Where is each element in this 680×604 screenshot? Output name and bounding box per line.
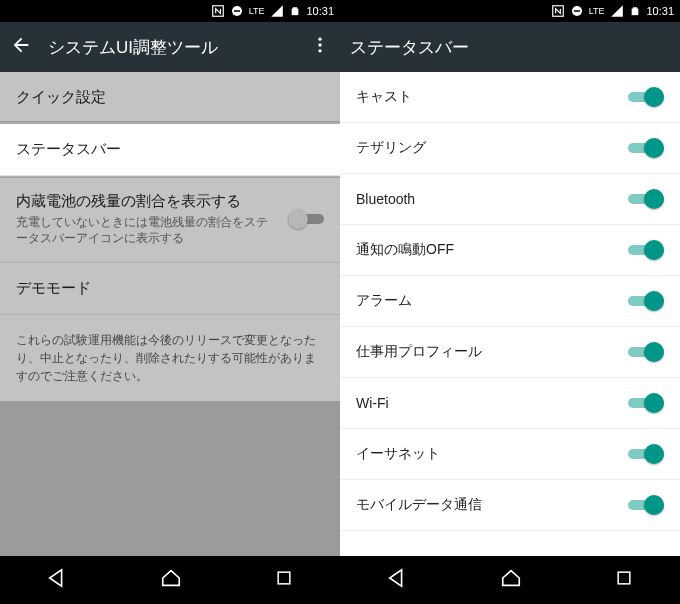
toggle-row[interactable]: 通知の鳴動OFF bbox=[340, 225, 680, 276]
nav-recent-button[interactable] bbox=[614, 568, 634, 592]
page-title: ステータスバー bbox=[350, 36, 670, 59]
quick-settings-item[interactable]: クイック設定 bbox=[0, 72, 340, 124]
svg-rect-8 bbox=[278, 572, 290, 584]
toggle-label: 通知の鳴動OFF bbox=[356, 241, 454, 259]
toggle-row[interactable]: キャスト bbox=[340, 72, 680, 123]
app-bar: ステータスバー bbox=[340, 22, 680, 72]
battery-percent-title: 内蔵電池の残量の割合を表示する bbox=[16, 192, 278, 211]
toggle-switch[interactable] bbox=[628, 189, 664, 209]
toggle-switch[interactable] bbox=[628, 444, 664, 464]
status-bar-label: ステータスバー bbox=[16, 140, 324, 159]
svg-rect-14 bbox=[618, 572, 630, 584]
nav-back-button[interactable] bbox=[386, 567, 408, 593]
svg-point-5 bbox=[318, 38, 321, 41]
network-label: LTE bbox=[589, 6, 605, 16]
svg-rect-11 bbox=[574, 10, 580, 12]
svg-rect-4 bbox=[292, 9, 299, 16]
nav-home-button[interactable] bbox=[160, 567, 182, 593]
back-button[interactable] bbox=[10, 34, 32, 60]
left-screen: LTE 10:31 システムUI調整ツール クイック設定 ステータスバー 内蔵電… bbox=[0, 0, 340, 604]
toggle-label: キャスト bbox=[356, 88, 412, 106]
nfc-icon bbox=[211, 4, 225, 18]
dnd-icon bbox=[571, 5, 583, 17]
battery-percent-item[interactable]: 内蔵電池の残量の割合を表示する 充電していないときには電池残量の割合をステータス… bbox=[0, 176, 340, 263]
svg-rect-13 bbox=[632, 9, 639, 16]
nfc-icon bbox=[551, 4, 565, 18]
toggle-row[interactable]: モバイルデータ通信 bbox=[340, 480, 680, 531]
navigation-bar bbox=[340, 556, 680, 604]
right-content: キャストテザリングBluetooth通知の鳴動OFFアラーム仕事用プロフィールW… bbox=[340, 72, 680, 556]
toggle-switch[interactable] bbox=[628, 291, 664, 311]
svg-rect-2 bbox=[234, 10, 240, 12]
experimental-warning: これらの試験運用機能は今後のリリースで変更となったり、中止となったり、削除された… bbox=[0, 315, 340, 401]
status-bar-item[interactable]: ステータスバー bbox=[0, 124, 340, 176]
navigation-bar bbox=[0, 556, 340, 604]
toggle-label: Wi-Fi bbox=[356, 395, 389, 411]
nav-back-button[interactable] bbox=[46, 567, 68, 593]
status-bar: LTE 10:31 bbox=[340, 0, 680, 22]
clock: 10:31 bbox=[646, 5, 674, 17]
demo-mode-label: デモモード bbox=[16, 279, 324, 298]
status-bar: LTE 10:31 bbox=[0, 0, 340, 22]
toggle-switch[interactable] bbox=[628, 87, 664, 107]
toggle-switch[interactable] bbox=[628, 240, 664, 260]
toggle-row[interactable]: テザリング bbox=[340, 123, 680, 174]
right-screen: LTE 10:31 ステータスバー キャストテザリングBluetooth通知の鳴… bbox=[340, 0, 680, 604]
toggle-row[interactable]: Bluetooth bbox=[340, 174, 680, 225]
battery-percent-switch[interactable] bbox=[288, 209, 324, 229]
demo-mode-item[interactable]: デモモード bbox=[0, 263, 340, 315]
toggle-label: テザリング bbox=[356, 139, 426, 157]
overflow-menu-button[interactable] bbox=[310, 35, 330, 59]
signal-icon bbox=[270, 4, 284, 18]
signal-icon bbox=[610, 4, 624, 18]
app-bar: システムUI調整ツール bbox=[0, 22, 340, 72]
toggle-switch[interactable] bbox=[628, 393, 664, 413]
toggle-row[interactable]: イーサネット bbox=[340, 429, 680, 480]
toggle-switch[interactable] bbox=[628, 138, 664, 158]
toggle-row[interactable]: アラーム bbox=[340, 276, 680, 327]
battery-icon bbox=[290, 4, 300, 18]
toggle-label: 仕事用プロフィール bbox=[356, 343, 482, 361]
left-content: クイック設定 ステータスバー 内蔵電池の残量の割合を表示する 充電していないとき… bbox=[0, 72, 340, 556]
toggle-label: アラーム bbox=[356, 292, 412, 310]
dnd-icon bbox=[231, 5, 243, 17]
page-title: システムUI調整ツール bbox=[48, 36, 294, 59]
toggle-switch[interactable] bbox=[628, 495, 664, 515]
nav-home-button[interactable] bbox=[500, 567, 522, 593]
svg-point-6 bbox=[318, 43, 321, 46]
quick-settings-label: クイック設定 bbox=[16, 88, 324, 107]
nav-recent-button[interactable] bbox=[274, 568, 294, 592]
clock: 10:31 bbox=[306, 5, 334, 17]
toggle-label: イーサネット bbox=[356, 445, 440, 463]
network-label: LTE bbox=[249, 6, 265, 16]
battery-percent-desc: 充電していないときには電池残量の割合をステータスバーアイコンに表示する bbox=[16, 214, 278, 246]
toggle-label: モバイルデータ通信 bbox=[356, 496, 482, 514]
toggle-switch[interactable] bbox=[628, 342, 664, 362]
toggle-row[interactable]: 仕事用プロフィール bbox=[340, 327, 680, 378]
toggle-row[interactable]: Wi-Fi bbox=[340, 378, 680, 429]
toggle-label: Bluetooth bbox=[356, 191, 415, 207]
battery-icon bbox=[630, 4, 640, 18]
svg-point-7 bbox=[318, 49, 321, 52]
